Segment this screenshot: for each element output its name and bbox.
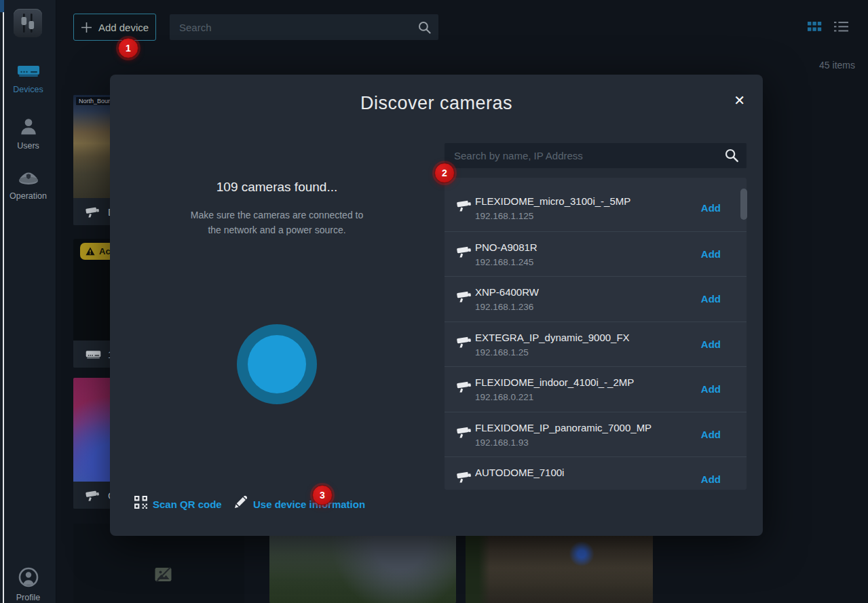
- camera-ip: 192.168.1.25: [475, 347, 529, 357]
- camera-list-item: AUTODOME_7100i Add: [445, 456, 747, 490]
- camera-name: FLEXIDOME_micro_3100i_-_5MP: [475, 195, 630, 207]
- list-scrollbar-thumb[interactable]: [740, 189, 747, 220]
- grid-view-button[interactable]: [808, 22, 822, 35]
- users-icon: [18, 117, 39, 136]
- discovery-pulse-core: [248, 335, 306, 393]
- sidebar-item-devices[interactable]: Devices: [0, 63, 56, 94]
- camera-name: XNP-6400RW: [475, 286, 539, 298]
- camera-ip: 192.168.1.236: [475, 302, 533, 312]
- profile-icon: [18, 567, 39, 587]
- cctv-camera-icon: [457, 336, 473, 351]
- sidebar-item-label: Operation: [0, 191, 56, 201]
- add-device-button[interactable]: Add device: [73, 14, 156, 41]
- add-camera-link[interactable]: Add: [701, 202, 721, 214]
- grid-view-icon: [808, 22, 822, 32]
- search-input[interactable]: [170, 14, 438, 40]
- cctv-camera-icon: [457, 471, 473, 486]
- dialog-title: Discover cameras: [110, 93, 763, 114]
- sidebar-item-label: Profile: [0, 593, 56, 602]
- camera-list-item: EXTEGRA_IP_dynamic_9000_FX 192.168.1.25 …: [445, 322, 747, 367]
- camera-name: EXTEGRA_IP_dynamic_9000_FX: [475, 332, 630, 343]
- add-camera-link[interactable]: Add: [701, 473, 721, 485]
- items-count: 45 items: [819, 60, 855, 71]
- qr-code-icon[interactable]: [134, 496, 147, 511]
- pencil-icon[interactable]: [235, 496, 247, 511]
- cctv-camera-icon: [86, 490, 101, 501]
- step-badge-3: 3: [312, 485, 333, 505]
- cctv-camera-icon: [457, 381, 473, 395]
- cameras-found-heading: 109 cameras found...: [141, 180, 413, 195]
- cameras-found-note: Make sure the cameras are connected to t…: [141, 208, 413, 237]
- sidebar-item-profile[interactable]: Profile: [0, 567, 56, 602]
- app-window: Devices Users Operation Pr: [0, 0, 868, 603]
- camera-list-item: FLEXIDOME_indoor_4100i_-_2MP 192.168.0.2…: [445, 366, 747, 412]
- camera-name: FLEXIDOME_indoor_4100i_-_2MP: [475, 376, 634, 388]
- add-camera-link[interactable]: Add: [701, 429, 721, 440]
- scan-qr-code-link[interactable]: Scan QR code: [153, 499, 222, 510]
- camera-search-icon[interactable]: [725, 149, 738, 165]
- camera-ip: 192.168.1.245: [475, 257, 533, 267]
- add-device-label: Add device: [98, 22, 149, 33]
- cctv-camera-icon: [457, 199, 473, 214]
- camera-name: PNO-A9081R: [475, 241, 537, 253]
- camera-name: AUTODOME_7100i: [475, 467, 564, 478]
- cctv-camera-icon: [457, 246, 473, 260]
- sliders-icon: [14, 9, 42, 37]
- camera-list-item: PNO-A9081R 192.168.1.245 Add: [445, 231, 747, 277]
- camera-list-item: XNP-6400RW 192.168.1.236 Add: [445, 276, 747, 322]
- cctv-camera-icon: [457, 290, 473, 305]
- recorder-icon: [86, 349, 101, 359]
- list-view-button[interactable]: [834, 21, 848, 35]
- add-camera-link[interactable]: Add: [701, 383, 721, 395]
- discovered-cameras-list: FLEXIDOME_micro_3100i_-_5MP 192.168.1.12…: [445, 178, 747, 490]
- camera-ip: 192.168.0.221: [475, 392, 533, 402]
- app-logo-icon[interactable]: [14, 9, 42, 37]
- warning-icon: [86, 247, 95, 256]
- window-scrollbar[interactable]: [3, 12, 4, 603]
- discover-cameras-dialog: Discover cameras ✕ 109 cameras found... …: [110, 75, 763, 536]
- no-image-icon: [154, 566, 172, 586]
- step-badge-2: 2: [434, 163, 455, 183]
- camera-search-input[interactable]: [445, 143, 747, 168]
- sidebar: Devices Users Operation Pr: [0, 0, 56, 603]
- camera-list-item: FLEXIDOME_IP_panoramic_7000_MP 192.168.1…: [445, 412, 747, 457]
- close-icon[interactable]: ✕: [734, 94, 745, 107]
- devices-icon: [16, 63, 41, 79]
- search-icon[interactable]: [418, 21, 431, 37]
- camera-ip: 192.168.1.125: [475, 211, 533, 221]
- cctv-camera-icon: [86, 206, 101, 218]
- edge-accent: [0, 0, 4, 12]
- use-device-information-link[interactable]: Use device information: [253, 499, 365, 510]
- discovery-pulse-circle: [237, 324, 317, 404]
- cctv-camera-icon: [457, 426, 473, 441]
- sidebar-item-label: Users: [0, 141, 56, 151]
- camera-name: FLEXIDOME_IP_panoramic_7000_MP: [475, 422, 652, 433]
- add-camera-link[interactable]: Add: [701, 248, 721, 260]
- camera-ip: 192.168.1.93: [475, 437, 529, 448]
- plus-icon: [81, 22, 92, 33]
- list-view-icon: [834, 21, 848, 33]
- sidebar-item-users[interactable]: Users: [0, 117, 56, 151]
- camera-list-item: FLEXIDOME_micro_3100i_-_5MP 192.168.1.12…: [445, 186, 747, 231]
- sidebar-item-operation[interactable]: Operation: [0, 170, 56, 201]
- sidebar-item-label: Devices: [0, 85, 56, 94]
- operation-cap-icon: [17, 170, 40, 186]
- add-camera-link[interactable]: Add: [701, 338, 721, 350]
- add-camera-link[interactable]: Add: [701, 293, 721, 305]
- step-badge-1: 1: [118, 38, 138, 58]
